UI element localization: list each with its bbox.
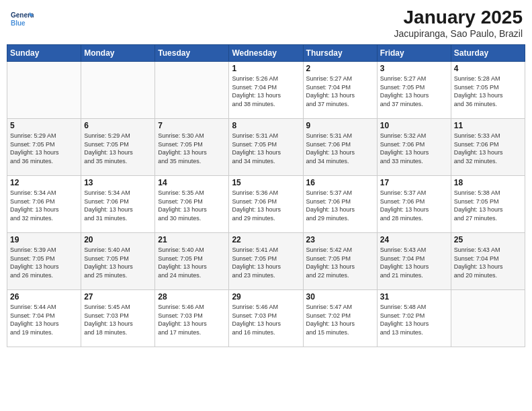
day-number: 30 [306, 292, 374, 302]
calendar-cell [451, 290, 525, 347]
day-info: Sunrise: 5:29 AM Sunset: 7:05 PM Dayligh… [84, 132, 152, 165]
day-number: 25 [454, 235, 522, 244]
calendar-cell: 4Sunrise: 5:28 AM Sunset: 7:05 PM Daylig… [451, 62, 525, 119]
day-header-monday: Monday [81, 45, 155, 62]
day-info: Sunrise: 5:43 AM Sunset: 7:04 PM Dayligh… [454, 246, 522, 279]
day-info: Sunrise: 5:41 AM Sunset: 7:05 PM Dayligh… [232, 246, 300, 279]
day-header-row: SundayMondayTuesdayWednesdayThursdayFrid… [7, 45, 525, 62]
calendar-cell [155, 62, 229, 119]
day-header-sunday: Sunday [7, 45, 81, 62]
calendar-header: SundayMondayTuesdayWednesdayThursdayFrid… [7, 45, 525, 62]
week-row-2: 12Sunrise: 5:34 AM Sunset: 7:06 PM Dayli… [7, 176, 525, 233]
day-number: 4 [454, 64, 522, 73]
calendar-cell: 17Sunrise: 5:37 AM Sunset: 7:06 PM Dayli… [377, 176, 451, 233]
day-number: 7 [158, 121, 226, 130]
day-number: 9 [306, 121, 374, 130]
calendar-cell: 10Sunrise: 5:32 AM Sunset: 7:06 PM Dayli… [377, 119, 451, 176]
day-number: 15 [232, 178, 300, 187]
day-number: 28 [158, 292, 226, 302]
day-info: Sunrise: 5:35 AM Sunset: 7:06 PM Dayligh… [158, 189, 226, 222]
calendar-cell: 11Sunrise: 5:33 AM Sunset: 7:06 PM Dayli… [451, 119, 525, 176]
day-number: 12 [10, 178, 78, 187]
calendar-cell: 2Sunrise: 5:27 AM Sunset: 7:04 PM Daylig… [303, 62, 377, 119]
day-info: Sunrise: 5:31 AM Sunset: 7:05 PM Dayligh… [232, 132, 300, 165]
calendar-cell: 18Sunrise: 5:38 AM Sunset: 7:05 PM Dayli… [451, 176, 525, 233]
page-header: General Blue January 2025 Jacupiranga, S… [7, 7, 525, 39]
calendar-table: SundayMondayTuesdayWednesdayThursdayFrid… [7, 44, 525, 347]
calendar-cell: 9Sunrise: 5:31 AM Sunset: 7:06 PM Daylig… [303, 119, 377, 176]
calendar-cell: 8Sunrise: 5:31 AM Sunset: 7:05 PM Daylig… [229, 119, 303, 176]
day-info: Sunrise: 5:43 AM Sunset: 7:04 PM Dayligh… [380, 246, 448, 279]
calendar-cell: 24Sunrise: 5:43 AM Sunset: 7:04 PM Dayli… [377, 233, 451, 290]
day-number: 27 [84, 292, 152, 302]
day-info: Sunrise: 5:37 AM Sunset: 7:06 PM Dayligh… [380, 189, 448, 222]
calendar-subtitle: Jacupiranga, Sao Paulo, Brazil [394, 28, 523, 39]
day-info: Sunrise: 5:27 AM Sunset: 7:04 PM Dayligh… [306, 75, 374, 108]
day-number: 16 [306, 178, 374, 187]
calendar-cell: 25Sunrise: 5:43 AM Sunset: 7:04 PM Dayli… [451, 233, 525, 290]
day-number: 24 [380, 235, 448, 244]
day-info: Sunrise: 5:30 AM Sunset: 7:05 PM Dayligh… [158, 132, 226, 165]
day-info: Sunrise: 5:36 AM Sunset: 7:06 PM Dayligh… [232, 189, 300, 222]
day-number: 19 [10, 235, 78, 244]
day-number: 11 [454, 121, 522, 130]
day-header-friday: Friday [377, 45, 451, 62]
day-info: Sunrise: 5:48 AM Sunset: 7:02 PM Dayligh… [380, 303, 448, 336]
day-info: Sunrise: 5:27 AM Sunset: 7:05 PM Dayligh… [380, 75, 448, 108]
svg-text:Blue: Blue [11, 19, 26, 27]
day-header-tuesday: Tuesday [155, 45, 229, 62]
day-info: Sunrise: 5:40 AM Sunset: 7:05 PM Dayligh… [84, 246, 152, 279]
day-header-thursday: Thursday [303, 45, 377, 62]
day-info: Sunrise: 5:32 AM Sunset: 7:06 PM Dayligh… [380, 132, 448, 165]
day-info: Sunrise: 5:44 AM Sunset: 7:04 PM Dayligh… [10, 303, 78, 336]
day-info: Sunrise: 5:46 AM Sunset: 7:03 PM Dayligh… [158, 303, 226, 336]
day-number: 20 [84, 235, 152, 244]
week-row-1: 5Sunrise: 5:29 AM Sunset: 7:05 PM Daylig… [7, 119, 525, 176]
day-number: 6 [84, 121, 152, 130]
day-info: Sunrise: 5:38 AM Sunset: 7:05 PM Dayligh… [454, 189, 522, 222]
day-info: Sunrise: 5:29 AM Sunset: 7:05 PM Dayligh… [10, 132, 78, 165]
logo: General Blue [9, 7, 34, 31]
day-info: Sunrise: 5:37 AM Sunset: 7:06 PM Dayligh… [306, 189, 374, 222]
calendar-cell [81, 62, 155, 119]
day-number: 3 [380, 64, 448, 73]
calendar-cell: 22Sunrise: 5:41 AM Sunset: 7:05 PM Dayli… [229, 233, 303, 290]
logo-icon: General Blue [9, 7, 34, 31]
day-info: Sunrise: 5:45 AM Sunset: 7:03 PM Dayligh… [84, 303, 152, 336]
calendar-cell: 23Sunrise: 5:42 AM Sunset: 7:05 PM Dayli… [303, 233, 377, 290]
day-info: Sunrise: 5:40 AM Sunset: 7:05 PM Dayligh… [158, 246, 226, 279]
day-number: 23 [306, 235, 374, 244]
calendar-cell: 1Sunrise: 5:26 AM Sunset: 7:04 PM Daylig… [229, 62, 303, 119]
calendar-cell: 5Sunrise: 5:29 AM Sunset: 7:05 PM Daylig… [7, 119, 81, 176]
day-info: Sunrise: 5:39 AM Sunset: 7:05 PM Dayligh… [10, 246, 78, 279]
day-number: 10 [380, 121, 448, 130]
day-number: 21 [158, 235, 226, 244]
calendar-cell: 3Sunrise: 5:27 AM Sunset: 7:05 PM Daylig… [377, 62, 451, 119]
day-number: 29 [232, 292, 300, 302]
calendar-title: January 2025 [394, 7, 523, 28]
day-info: Sunrise: 5:34 AM Sunset: 7:06 PM Dayligh… [84, 189, 152, 222]
day-info: Sunrise: 5:31 AM Sunset: 7:06 PM Dayligh… [306, 132, 374, 165]
day-number: 8 [232, 121, 300, 130]
calendar-cell [7, 62, 81, 119]
day-number: 5 [10, 121, 78, 130]
calendar-cell: 19Sunrise: 5:39 AM Sunset: 7:05 PM Dayli… [7, 233, 81, 290]
day-number: 2 [306, 64, 374, 73]
week-row-3: 19Sunrise: 5:39 AM Sunset: 7:05 PM Dayli… [7, 233, 525, 290]
day-info: Sunrise: 5:28 AM Sunset: 7:05 PM Dayligh… [454, 75, 522, 108]
day-info: Sunrise: 5:33 AM Sunset: 7:06 PM Dayligh… [454, 132, 522, 165]
calendar-cell: 16Sunrise: 5:37 AM Sunset: 7:06 PM Dayli… [303, 176, 377, 233]
day-number: 22 [232, 235, 300, 244]
calendar-cell: 12Sunrise: 5:34 AM Sunset: 7:06 PM Dayli… [7, 176, 81, 233]
day-number: 13 [84, 178, 152, 187]
title-block: January 2025 Jacupiranga, Sao Paulo, Bra… [394, 7, 523, 39]
day-number: 14 [158, 178, 226, 187]
day-info: Sunrise: 5:47 AM Sunset: 7:02 PM Dayligh… [306, 303, 374, 336]
calendar-cell: 27Sunrise: 5:45 AM Sunset: 7:03 PM Dayli… [81, 290, 155, 347]
calendar-cell: 15Sunrise: 5:36 AM Sunset: 7:06 PM Dayli… [229, 176, 303, 233]
calendar-cell: 6Sunrise: 5:29 AM Sunset: 7:05 PM Daylig… [81, 119, 155, 176]
day-header-wednesday: Wednesday [229, 45, 303, 62]
week-row-4: 26Sunrise: 5:44 AM Sunset: 7:04 PM Dayli… [7, 290, 525, 347]
calendar-cell: 31Sunrise: 5:48 AM Sunset: 7:02 PM Dayli… [377, 290, 451, 347]
day-number: 1 [232, 64, 300, 73]
